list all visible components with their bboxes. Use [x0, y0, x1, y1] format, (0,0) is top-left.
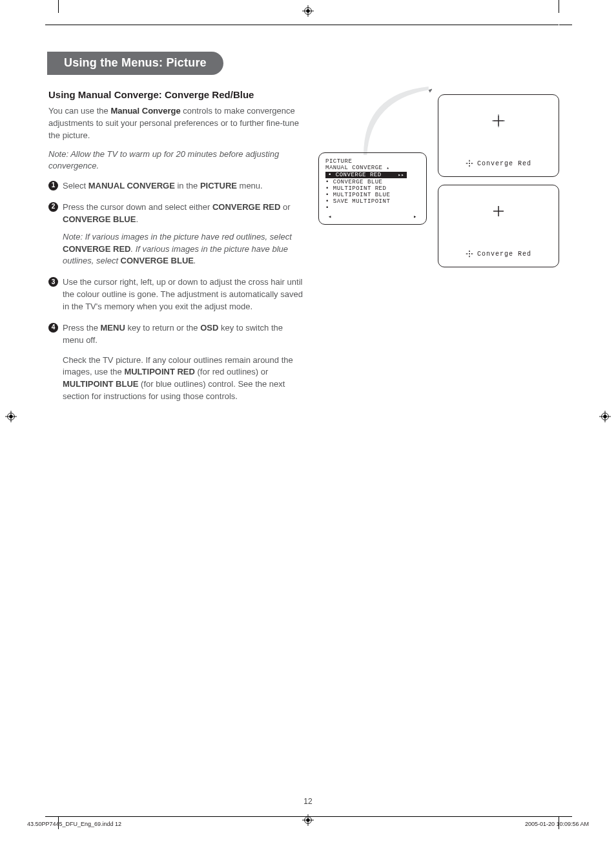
print-footer: 43.50PP7445_DFU_Eng_69.indd 12 2005-01-2… [27, 821, 589, 827]
steps-list: 1 Select MANUAL CONVERGE in the PICTURE … [48, 180, 304, 403]
svg-point-23 [469, 253, 470, 254]
osd-item: • [325, 205, 420, 211]
text-column: Using Manual Converge: Converge Red/Blue… [48, 89, 304, 412]
dpad-icon [466, 250, 473, 258]
step-3: 3 Use the cursor right, left, up or down… [48, 276, 304, 313]
crop-mark [58, 0, 59, 13]
dpad-icon [466, 160, 473, 167]
step-1: 1 Select MANUAL CONVERGE in the PICTURE … [48, 180, 304, 192]
osd-submenu: MANUAL CONVERGE ▴ [325, 165, 420, 171]
tv-preview-before: Converge Red [438, 94, 559, 177]
footer-filename: 43.50PP7445_DFU_Eng_69.indd 12 [27, 821, 121, 827]
osd-nav-arrows: ◂▸ [328, 213, 417, 220]
step-2: 2 Press the cursor down and select eithe… [48, 201, 304, 267]
osd-selected-item: • CONVERGE RED [325, 172, 407, 178]
page-number: 12 [0, 797, 616, 806]
osd-item: • CONVERGE BLUE [325, 179, 420, 185]
diagram-column: PICTURE MANUAL CONVERGE ▴ • CONVERGE RED… [318, 89, 560, 412]
step-4: 4 Press the MENU key to return or the OS… [48, 322, 304, 403]
page-content: Using the Menus: Picture Using Manual Co… [48, 52, 571, 412]
osd-title: PICTURE [325, 158, 420, 165]
registration-mark-icon [599, 411, 611, 422]
osd-item: • SAVE MULTIPOINT [325, 198, 420, 205]
diagram-area: PICTURE MANUAL CONVERGE ▴ • CONVERGE RED… [318, 92, 560, 260]
svg-point-20 [469, 163, 470, 164]
crop-mark [45, 25, 58, 25]
step-number-icon: 3 [48, 277, 58, 287]
content-columns: Using Manual Converge: Converge Red/Blue… [48, 89, 571, 412]
registration-mark-icon [5, 411, 17, 422]
step-4-paragraph: Check the TV picture. If any colour outl… [63, 355, 304, 403]
step-number-icon: 2 [48, 202, 58, 212]
osd-menu: PICTURE MANUAL CONVERGE ▴ • CONVERGE RED… [318, 152, 427, 225]
crosshair-icon [492, 205, 505, 218]
crop-mark [58, 25, 559, 25]
step-number-icon: 1 [48, 181, 58, 191]
crosshair-icon [492, 114, 505, 127]
subsection-title: Using Manual Converge: Converge Red/Blue [48, 89, 304, 100]
warmup-note: Note: Allow the TV to warm up for 20 min… [48, 149, 304, 173]
step-2-note: Note: If various images in the picture h… [63, 231, 304, 268]
crop-mark [559, 816, 572, 817]
section-heading: Using the Menus: Picture [47, 52, 223, 75]
tv-label: Converge Red [438, 250, 559, 258]
tv-preview-after: Converge Red [438, 185, 559, 267]
swoosh-icon [364, 87, 432, 155]
tv-label: Converge Red [438, 160, 559, 167]
crop-mark [559, 25, 572, 25]
osd-item: • MULTIPOINT BLUE [325, 192, 420, 198]
registration-mark-icon [302, 5, 314, 17]
footer-timestamp: 2005-01-20 10:09:56 AM [525, 821, 589, 827]
crop-mark [45, 816, 58, 817]
intro-paragraph: You can use the Manual Converge controls… [48, 105, 304, 142]
osd-item: • MULTIPOINT RED [325, 185, 420, 192]
step-number-icon: 4 [48, 323, 58, 333]
crop-mark [559, 0, 559, 13]
